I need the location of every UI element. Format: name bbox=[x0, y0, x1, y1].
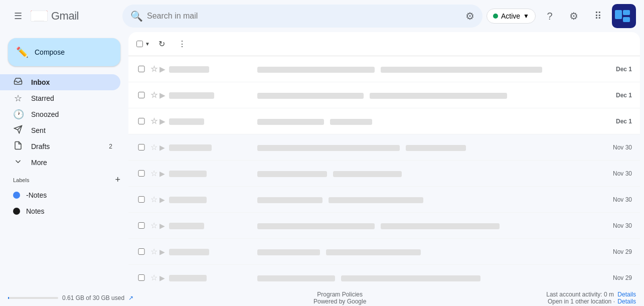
star-icon: ☆ bbox=[13, 93, 23, 104]
more-actions-button[interactable]: ⋮ bbox=[174, 36, 190, 52]
email-row[interactable]: ☆ ▶ Nov 30 bbox=[128, 134, 640, 161]
storage-bar-fill bbox=[8, 297, 9, 299]
add-label-button[interactable]: + bbox=[115, 175, 120, 185]
star-button[interactable]: ☆ bbox=[150, 195, 157, 204]
email-checkbox[interactable] bbox=[136, 222, 146, 229]
compose-button[interactable]: ✏️ Compose bbox=[8, 38, 120, 66]
email-sender bbox=[169, 196, 249, 204]
svg-rect-4 bbox=[623, 17, 630, 22]
email-checkbox[interactable] bbox=[136, 118, 146, 124]
important-marker[interactable]: ▶ bbox=[159, 196, 165, 204]
label-dash-notes[interactable]: -Notes bbox=[0, 187, 120, 203]
email-date: Nov 30 bbox=[602, 144, 632, 151]
email-row[interactable]: ☆ ▶ Nov 29 bbox=[128, 239, 640, 265]
labels-title: Labels bbox=[13, 177, 29, 183]
dash-notes-dot bbox=[13, 192, 20, 199]
sidebar-item-more[interactable]: More bbox=[0, 155, 120, 171]
star-button[interactable]: ☆ bbox=[150, 221, 157, 230]
details-link-2[interactable]: Details bbox=[617, 298, 636, 305]
gmail-text: Gmail bbox=[51, 10, 79, 23]
star-button[interactable]: ☆ bbox=[150, 90, 157, 100]
apps-button[interactable]: ⠿ bbox=[588, 6, 608, 26]
external-link-icon[interactable]: ↗ bbox=[128, 294, 133, 301]
svg-rect-3 bbox=[623, 10, 630, 15]
email-checkbox[interactable] bbox=[136, 92, 146, 98]
email-sender bbox=[169, 91, 249, 99]
search-bar[interactable]: 🔍 ⚙ bbox=[122, 5, 482, 28]
label-notes[interactable]: Notes bbox=[0, 203, 120, 219]
status-button[interactable]: Active ▼ bbox=[487, 9, 536, 24]
star-button[interactable]: ☆ bbox=[150, 169, 157, 178]
sidebar-item-drafts[interactable]: Drafts 2 bbox=[0, 138, 120, 155]
important-marker[interactable]: ▶ bbox=[159, 222, 165, 230]
refresh-button[interactable]: ↻ bbox=[154, 36, 170, 52]
email-row[interactable]: ☆ ▶ Nov 29 bbox=[128, 265, 640, 286]
settings-button[interactable]: ⚙ bbox=[564, 6, 584, 26]
star-button[interactable]: ☆ bbox=[150, 247, 157, 256]
status-chevron-icon: ▼ bbox=[523, 13, 529, 20]
email-row[interactable]: ☆ ▶ Dec 1 bbox=[128, 56, 640, 82]
email-row[interactable]: ☆ ▶ Nov 30 bbox=[128, 187, 640, 213]
email-snippet bbox=[257, 170, 594, 178]
sidebar-item-starred[interactable]: ☆ Starred bbox=[0, 90, 120, 106]
hamburger-menu-button[interactable]: ☰ bbox=[8, 6, 28, 26]
sidebar: ✏️ Compose ✉ Mail Inbox ☆ Starred 🕐 Snoo… bbox=[0, 32, 128, 290]
footer: 0.61 GB of 30 GB used ↗ Program Policies… bbox=[0, 290, 644, 306]
email-checkbox[interactable] bbox=[136, 170, 146, 177]
star-button[interactable]: ☆ bbox=[150, 116, 157, 126]
brand-logo-icon bbox=[613, 5, 635, 27]
svg-rect-2 bbox=[615, 10, 622, 19]
select-all-chevron[interactable]: ▼ bbox=[145, 41, 150, 47]
more-chevron-icon bbox=[13, 157, 23, 169]
email-checkbox[interactable] bbox=[136, 196, 146, 203]
select-all-area[interactable]: ▼ bbox=[136, 41, 150, 47]
details-link[interactable]: Details bbox=[617, 291, 636, 298]
sidebar-item-snoozed[interactable]: 🕐 Snoozed bbox=[0, 106, 120, 122]
email-row[interactable]: ☆ ▶ Dec 1 bbox=[128, 82, 640, 108]
email-row[interactable]: ☆ ▶ Dec 1 bbox=[128, 108, 640, 134]
important-marker[interactable]: ▶ bbox=[159, 65, 165, 73]
sidebar-item-sent[interactable]: Sent bbox=[0, 122, 120, 138]
star-button[interactable]: ☆ bbox=[150, 273, 157, 282]
powered-by-google: Powered by Google bbox=[313, 298, 366, 305]
labels-section-header: Labels + bbox=[0, 171, 128, 187]
important-marker[interactable]: ▶ bbox=[159, 91, 165, 99]
email-checkbox[interactable] bbox=[136, 144, 146, 150]
storage-bar bbox=[8, 297, 58, 299]
email-date: Nov 30 bbox=[602, 170, 632, 177]
important-marker[interactable]: ▶ bbox=[159, 274, 165, 282]
account-avatar[interactable] bbox=[612, 4, 636, 28]
program-policies-link[interactable]: Program Policies bbox=[317, 291, 363, 298]
important-marker[interactable]: ▶ bbox=[159, 248, 165, 256]
help-button[interactable]: ? bbox=[540, 6, 560, 26]
notes-dot bbox=[13, 208, 20, 215]
status-dot bbox=[493, 14, 498, 19]
sidebar-item-starred-label: Starred bbox=[31, 94, 54, 102]
email-checkbox[interactable] bbox=[136, 274, 146, 281]
last-activity-text: Last account activity: 0 m bbox=[546, 291, 614, 298]
email-checkbox[interactable] bbox=[136, 248, 146, 255]
search-input[interactable] bbox=[147, 12, 461, 21]
important-marker[interactable]: ▶ bbox=[159, 117, 165, 125]
email-snippet bbox=[257, 91, 594, 99]
select-all-checkbox[interactable] bbox=[136, 41, 143, 47]
email-checkbox[interactable] bbox=[136, 66, 146, 72]
search-options-icon[interactable]: ⚙ bbox=[465, 10, 474, 22]
snoozed-icon: 🕐 bbox=[13, 109, 23, 120]
star-button[interactable]: ☆ bbox=[150, 142, 157, 152]
important-marker[interactable]: ▶ bbox=[159, 170, 165, 178]
sidebar-item-snoozed-label: Snoozed bbox=[31, 110, 59, 118]
gmail-logo[interactable]: Gmail bbox=[30, 9, 79, 23]
important-marker[interactable]: ▶ bbox=[159, 143, 165, 151]
sidebar-item-inbox[interactable]: Inbox bbox=[0, 74, 120, 90]
email-area: ▼ ↻ ⋮ ☆ ▶ Dec 1 ☆ ▶ bbox=[128, 32, 640, 286]
email-date: Nov 30 bbox=[602, 196, 632, 203]
star-button[interactable]: ☆ bbox=[150, 64, 157, 74]
email-row[interactable]: ☆ ▶ Nov 30 bbox=[128, 213, 640, 239]
status-label: Active bbox=[501, 12, 520, 20]
gmail-icon bbox=[30, 9, 48, 23]
open-other-location-text: Open in 1 other location · bbox=[548, 298, 615, 305]
email-sender bbox=[169, 65, 249, 73]
email-row[interactable]: ☆ ▶ Nov 30 bbox=[128, 161, 640, 187]
email-snippet bbox=[257, 65, 594, 73]
